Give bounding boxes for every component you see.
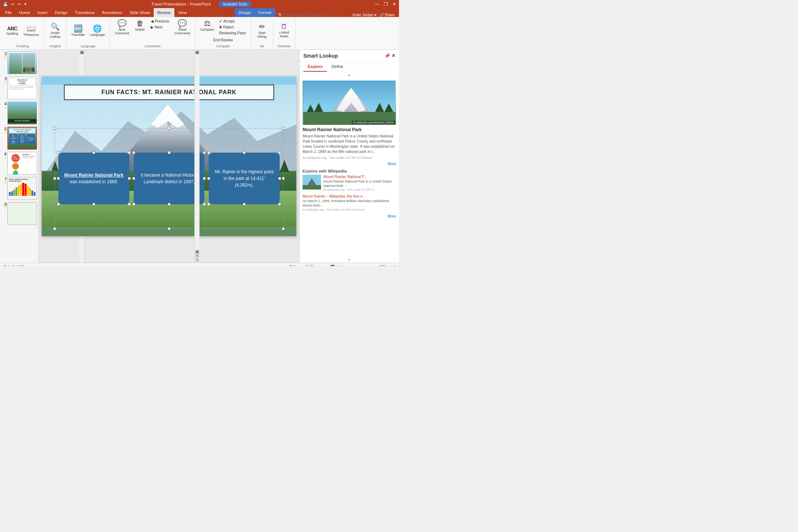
tell-me-input[interactable] [284,13,343,17]
panel-unpin-btn[interactable]: 📌 [385,53,390,58]
normal-view-btn[interactable]: ⬛ [330,265,335,266]
slide-thumb-8[interactable]: 8 ★ [1,202,37,225]
panel-tab-explore[interactable]: Explore [303,62,327,72]
box1-handle-br[interactable] [128,203,131,206]
slide-thumb-3[interactable]: 3 ★ WEEKEND ORHOLIDAYGETAWAY Some descri… [1,76,37,99]
minimize-btn[interactable]: — [375,1,379,7]
panel-close-btn[interactable]: ✕ [392,53,395,58]
current-slide[interactable]: FUN FACTS: MT. RAINIER NATIONAL PARK ↻ [42,76,296,236]
zoom-in-btn[interactable]: + [195,254,199,258]
slide-preview-3[interactable]: WEEKEND ORHOLIDAYGETAWAY Some descriptiv… [7,76,37,99]
next-comment-btn[interactable]: ▶ Next [149,24,171,30]
slide-preview-2[interactable]: MOUNT RAINIER [7,51,37,74]
tab-transitions[interactable]: Transitions [71,8,98,17]
customize-icon[interactable]: ▼ [24,2,27,6]
slide-panel[interactable]: 2 ★ MOUNT RAINIER 3 ★ [0,50,39,263]
scroll-right[interactable]: ▲ ▼ + − [194,50,200,263]
slide-sorter-btn[interactable]: ⊞ [337,265,340,266]
comments-btn[interactable]: 💬 Comments [305,265,328,266]
end-review-btn[interactable]: End Review [211,37,235,43]
tab-file[interactable]: File [1,8,16,17]
translate-btn[interactable]: 🔤 Translate [69,24,87,38]
tab-animations[interactable]: Animations [98,8,126,17]
tab-design[interactable]: Design [51,8,71,17]
slide-preview-7[interactable]: MOUNT RAINIER AVERAGE TEMPERATURES [7,177,37,200]
handle-tr[interactable] [282,127,285,130]
tab-home[interactable]: Home [16,8,34,17]
scroll-up-btn[interactable]: ▲ [195,51,199,54]
smartart-box-1[interactable]: Mount Rainier National Park was establis… [58,153,129,204]
handle-tm[interactable] [168,127,171,130]
previous-comment-btn[interactable]: ◀ Previous [149,18,171,24]
zoom-out-btn[interactable]: − [195,258,199,262]
redo-icon[interactable]: ↪ [17,2,21,7]
box1-handle-bl[interactable] [57,203,60,206]
box1-handle-ml[interactable] [57,177,60,180]
wiki-more-btn-2[interactable]: More [303,214,396,218]
tab-smartart-format[interactable]: Format [255,8,275,17]
handle-bm[interactable] [168,227,171,230]
slide-title[interactable]: FUN FACTS: MT. RAINIER NATIONAL PARK [64,85,274,100]
save-icon[interactable]: 💾 [3,2,8,7]
wiki-result-title-2[interactable]: Mount Rainier - Wikipedia, the free e... [303,194,396,198]
slide-thumb-4[interactable]: 4 ★ MOUNT RAINIER [1,102,37,125]
slide-wrapper[interactable]: ▲ [39,50,299,263]
show-comments-btn[interactable]: 💬 ShowComments [173,18,192,36]
panel-tab-define[interactable]: Define [327,62,348,72]
search-box-container[interactable]: 🔍 [275,13,353,17]
box1-handle-tl[interactable] [57,151,60,154]
wiki-more-btn[interactable]: More [303,162,396,166]
delete-comment-btn[interactable]: 🗑 Delete [133,18,147,33]
scroll-down-btn[interactable]: ▼ [195,250,199,254]
smartart-box-2[interactable]: It became a National Historic Landmark d… [134,153,205,204]
slide-preview-6[interactable]: TRAILVISTAS DAY HIKING Details about hik… [7,152,37,175]
close-btn[interactable]: ✕ [392,1,396,7]
reject-btn[interactable]: ✖ Reject [217,24,248,30]
handle-bl[interactable] [53,227,56,230]
smartart-box-3[interactable]: Mt. Rainer is the highest point in the p… [209,153,280,204]
zoom-in-status-btn[interactable]: + [389,265,391,266]
smart-lookup-btn[interactable]: 🔍 SmartLookup [48,22,62,40]
undo-icon[interactable]: ↩ [11,2,14,7]
handle-tl[interactable] [53,127,56,130]
handle-br[interactable] [282,227,285,230]
box1-handle-tr[interactable] [128,151,131,154]
linked-notes-btn[interactable]: 🗒 LinkedNotes [277,22,291,39]
box1-handle-mr[interactable] [128,177,131,180]
tab-review[interactable]: Review [154,8,174,17]
slide-preview-8[interactable] [7,202,37,225]
accept-btn[interactable]: ✔ Accept [217,18,248,24]
tab-insert[interactable]: Insert [34,8,51,17]
handle-mr[interactable] [282,177,285,180]
slide-preview-5[interactable]: FUN FACTS: MT. RAINIER NATIONAL PARK Mou… [7,127,37,150]
slide-preview-4[interactable]: MOUNT RAINIER [7,102,37,125]
language-btn[interactable]: 🌐 Language [88,24,107,38]
slide-thumb-7[interactable]: 7 ★ MOUNT RAINIER AVERAGE TEMPERATURES [1,177,37,200]
new-comment-btn[interactable]: 💬 NewComment [113,18,131,36]
slide-thumb-6[interactable]: 6 ★ TRAILVISTAS DAY HIKING Details about… [1,152,37,175]
panel-content[interactable]: en.wikipedia.org/wiki/Mount_Rainier Moun… [300,78,399,257]
thesaurus-btn[interactable]: 📖 Thesaurus [21,24,41,38]
reviewing-pane-btn[interactable]: Reviewing Pane [217,30,248,36]
fit-slide-btn[interactable]: ⊡ [393,265,396,266]
rotate-handle[interactable]: ↻ [167,121,171,127]
slide-thumb-5[interactable]: 5 ★ FUN FACTS: MT. RAINIER NATIONAL PARK… [1,127,37,150]
notes-btn[interactable]: 🗒 Notes [289,265,303,266]
tab-smartart-design[interactable]: Design [235,8,255,17]
box1-handle-tm[interactable] [92,151,95,154]
smartart-selection-container[interactable]: ↻ [55,128,283,229]
box1-handle-bm[interactable] [92,203,95,206]
edit-slide-icon[interactable]: ✏ [27,265,30,266]
spelling-btn[interactable]: ABC Spelling [4,25,20,37]
slideshow-btn[interactable]: ▶ [349,265,352,266]
tab-view[interactable]: View [174,8,191,17]
wiki-result-title-1[interactable]: Mount Rainier National P... [323,175,396,179]
zoom-out-status-btn[interactable]: − [375,265,377,266]
reading-view-btn[interactable]: 📖 [342,265,347,266]
start-inking-btn[interactable]: ✏ StartInking [255,22,269,40]
handle-ml[interactable] [53,177,56,180]
compare-btn[interactable]: ⚖ Compare [198,18,216,36]
share-btn[interactable]: 🔗 Share [379,13,398,17]
restore-btn[interactable]: ❐ [384,1,388,7]
tab-slideshow[interactable]: Slide Show [126,8,154,17]
